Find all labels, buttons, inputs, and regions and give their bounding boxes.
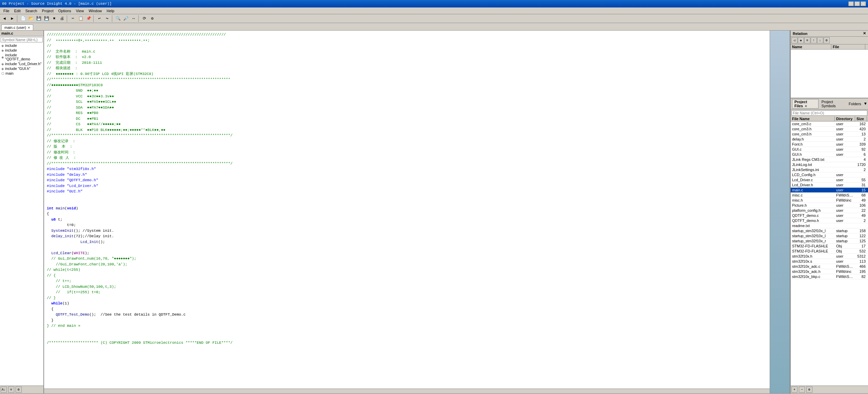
file-name-30: stm32f10x_bkp.c — [791, 274, 835, 279]
file-row-27[interactable]: stm32f10x.s user 113 — [791, 259, 868, 264]
file-row-9[interactable]: JLinkSettings.ini 2 — [791, 167, 868, 172]
file-row-5[interactable]: GUI.c user 92 — [791, 147, 868, 152]
rel-btn5[interactable]: ↓ — [817, 37, 823, 43]
file-name-0: core_cm3.c — [791, 121, 835, 126]
replace-btn[interactable]: ↔ — [130, 15, 137, 22]
rel-btn6[interactable]: ⚙ — [824, 37, 830, 43]
editor-content[interactable]: ////////////////////////////////////////… — [44, 31, 770, 389]
print-btn[interactable]: 🖨 — [58, 15, 66, 22]
file-row-6[interactable]: GUI.h user 6 — [791, 152, 868, 157]
redo-btn[interactable]: ↪ — [103, 15, 111, 22]
scrollbar-track[interactable] — [44, 389, 770, 393]
file-row-3[interactable]: delay.h user 2 — [791, 137, 868, 142]
relation-close-icon[interactable]: ✕ — [863, 31, 866, 36]
menu-search[interactable]: Search — [23, 8, 39, 13]
file-row-8[interactable]: JLinkLog.txt 1720 — [791, 162, 868, 167]
file-row-2[interactable]: core_cm3.h user 13 — [791, 132, 868, 137]
menu-edit[interactable]: Edit — [12, 8, 23, 13]
menu-options[interactable]: Options — [56, 8, 73, 13]
file-row-26[interactable]: stm32f10x.h user 5312 — [791, 254, 868, 259]
left-item-0[interactable]: ◈include — [0, 43, 43, 48]
project-files-tab-close[interactable]: ✕ — [805, 105, 807, 108]
file-row-28[interactable]: stm32f10x_adc.c FWlib\SRC 466 — [791, 264, 868, 269]
minimize-button[interactable]: − — [848, 1, 854, 6]
find-next-btn[interactable]: 🔎 — [122, 15, 130, 22]
item-label-2: include "QDTFT_demo — [5, 53, 42, 61]
undo-btn[interactable]: ↩ — [96, 15, 103, 22]
file-size-8: 1720 — [855, 162, 867, 167]
tab-main-c[interactable]: main.c (user) ✕ — [1, 24, 33, 30]
file-remove-btn[interactable]: − — [799, 387, 805, 393]
file-row-15[interactable]: misc.h FWlib\inc 49 — [791, 198, 868, 203]
paste-btn[interactable]: 📌 — [85, 15, 92, 22]
tab-folders[interactable]: Folders — [846, 101, 864, 107]
file-size-24: 17 — [855, 244, 867, 248]
file-row-0[interactable]: core_cm3.c user 162 — [791, 121, 868, 127]
sep3 — [93, 15, 95, 22]
find-btn[interactable]: 🔍 — [114, 15, 122, 22]
symbol-search-input[interactable] — [1, 37, 43, 42]
file-size-7: 4 — [855, 157, 867, 162]
panel-options-icon[interactable]: ▼ — [864, 101, 867, 106]
file-row-19[interactable]: QDTFT_demo.h user 2 — [791, 218, 868, 223]
file-row-18[interactable]: QDTFT_demo.c user 49 — [791, 213, 868, 218]
new-btn[interactable]: 📄 — [19, 15, 27, 22]
file-row-14[interactable]: misc.c FWlib\SRC 68 — [791, 193, 868, 198]
save-btn[interactable]: 💾 — [35, 15, 42, 22]
relation-panel: Relation ✕ ◁ ◈ ≡ ↑ ↓ ⚙ Name File — [791, 31, 868, 98]
close-btn2[interactable]: ✖ — [51, 15, 58, 22]
menu-project[interactable]: Project — [40, 8, 56, 13]
tab-project-symbols[interactable]: Project Symbols — [819, 99, 846, 109]
alpha-sort-btn[interactable]: A↓ — [1, 387, 7, 393]
rel-btn4[interactable]: ↑ — [811, 37, 817, 43]
left-item-2[interactable]: ◈include "QDTFT_demo — [0, 53, 43, 61]
file-row-17[interactable]: platform_config.h user 22 — [791, 208, 868, 213]
file-row-23[interactable]: startup_stm32f10x_r startup 125 — [791, 239, 868, 244]
file-row-13[interactable]: main.c user 15 — [791, 188, 868, 193]
rel-btn1[interactable]: ◁ — [791, 37, 797, 43]
left-item-1[interactable]: ◈include — [0, 48, 43, 53]
editor-scrollbar[interactable] — [44, 389, 770, 393]
file-add-btn[interactable]: + — [791, 387, 797, 393]
menu-view[interactable]: View — [74, 8, 86, 13]
left-item-4[interactable]: ◈include "GUI.h" — [0, 66, 43, 71]
maximize-button[interactable]: □ — [854, 1, 860, 6]
build-btn[interactable]: ⚙ — [149, 15, 156, 22]
rel-btn2[interactable]: ◈ — [798, 37, 804, 43]
copy-btn[interactable]: 📋 — [77, 15, 84, 22]
file-row-24[interactable]: STM32-FD-FLASHLE Obj 17 — [791, 244, 868, 249]
open-btn[interactable]: 📂 — [27, 15, 35, 22]
settings-btn[interactable]: ⚙ — [16, 387, 22, 393]
file-row-1[interactable]: core_cm3.h user 420 — [791, 127, 868, 132]
file-row-11[interactable]: Lcd_Driver.c user 55 — [791, 177, 868, 183]
cut-btn[interactable]: ✂ — [69, 15, 77, 22]
rel-btn3[interactable]: ≡ — [804, 37, 810, 43]
sync-btn[interactable]: ⟳ — [141, 15, 148, 22]
save-all-btn[interactable]: 💾 — [43, 15, 50, 22]
file-row-20[interactable]: readme.txt — [791, 223, 868, 228]
code-line-30 — [47, 200, 767, 206]
tab-project-files[interactable]: Project Files ✕ — [792, 99, 818, 109]
menu-window[interactable]: Window — [86, 8, 104, 13]
menu-help[interactable]: Help — [105, 8, 117, 13]
file-row-29[interactable]: stm32f10x_adc.h FWlib\inc 195 — [791, 269, 868, 274]
filter-btn[interactable]: ≡ — [8, 387, 14, 393]
left-item-3[interactable]: ◈include "Lcd_Driver.h" — [0, 61, 43, 66]
menu-file[interactable]: File — [1, 8, 12, 13]
file-row-12[interactable]: Lcd_Driver.h user 31 — [791, 183, 868, 188]
file-row-10[interactable]: LCD_Config.h user — [791, 172, 868, 177]
file-search-input[interactable] — [791, 110, 867, 116]
file-row-16[interactable]: Picture.h user 106 — [791, 203, 868, 208]
file-row-25[interactable]: STM32-FD-FLASHLE Obj 532 — [791, 249, 868, 254]
back-btn[interactable]: ◀ — [1, 15, 8, 22]
forward-btn[interactable]: ▶ — [8, 15, 16, 22]
file-row-21[interactable]: startup_stm32f10x_l startup 158 — [791, 228, 868, 233]
close-button[interactable]: ✕ — [861, 1, 866, 6]
file-row-22[interactable]: startup_stm32f10x_l startup 122 — [791, 233, 868, 239]
file-row-30[interactable]: stm32f10x_bkp.c FWlib\SRC 82 — [791, 274, 868, 279]
file-settings-btn[interactable]: ⚙ — [806, 387, 812, 393]
left-item-5[interactable]: ⬡main — [0, 71, 43, 76]
file-row-4[interactable]: Font.h user 339 — [791, 142, 868, 147]
tab-close-icon[interactable]: ✕ — [27, 26, 30, 30]
file-row-7[interactable]: JLink Regs CM3.txt 4 — [791, 157, 868, 162]
